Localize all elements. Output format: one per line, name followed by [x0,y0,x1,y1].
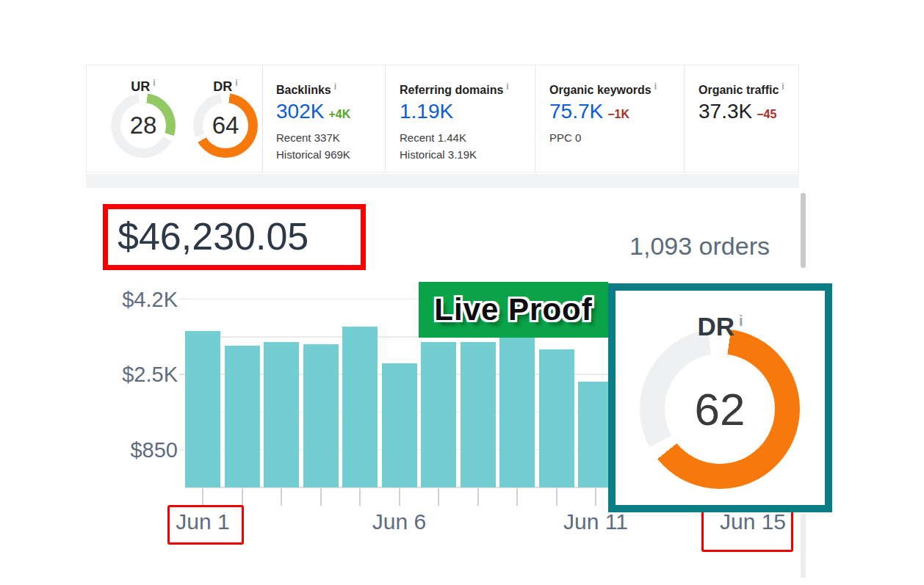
y-axis-label: $2.5K [95,362,178,387]
y-tick [179,449,185,451]
dr-badge-label: DR [616,305,825,336]
x-tick [556,487,557,506]
jun1-highlight-box [167,505,244,545]
info-icon[interactable] [734,312,743,341]
dr-badge-donut-chart: 62 [640,329,800,489]
y-axis-label: $4.2K [95,287,178,312]
x-tick [359,487,361,506]
dr-badge-box: DR 62 [608,283,832,512]
screenshot-stage: UR 28 DR 64 Backlinks 302K+4K Recent 337… [0,0,924,585]
scrollbar-thumb[interactable] [801,193,806,268]
y-tick [179,299,185,300]
x-axis-label: Jun 11 [541,509,651,534]
x-tick [399,487,400,506]
bar [264,342,299,487]
bar [225,346,260,487]
x-tick [242,487,243,506]
total-revenue: $46,230.05 [108,209,361,264]
bar [185,331,220,487]
x-tick [320,487,322,506]
y-tick [179,374,185,375]
bar [461,342,496,487]
x-tick [516,487,518,506]
bar [382,363,417,487]
bar [342,327,378,487]
y-axis-label: $850 [95,437,178,462]
x-tick [438,487,439,506]
dr-badge-label-text: DR [697,312,734,341]
bar [303,344,339,487]
live-proof-text: Live Proof [434,292,592,327]
bar [421,342,456,487]
x-axis-label: Jun 6 [344,509,455,534]
x-tick [477,487,479,506]
dr-badge-value: 62 [640,329,800,489]
x-tick [595,487,596,506]
x-tick [281,487,282,506]
bar [539,349,574,487]
bar [499,333,535,487]
scrollbar-track[interactable] [801,514,806,578]
live-proof-banner: Live Proof [419,282,608,338]
revenue-highlight-box: $46,230.05 [103,204,366,270]
x-tick [202,487,203,506]
